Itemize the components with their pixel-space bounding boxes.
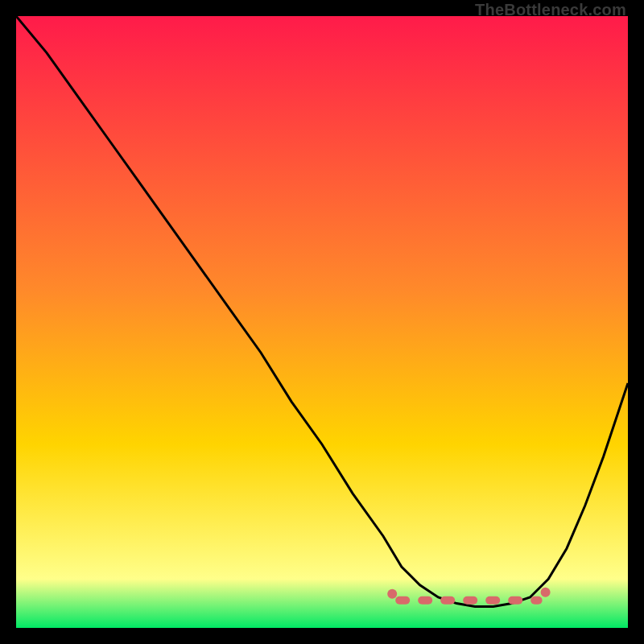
dash-segment [418, 597, 432, 605]
dash-segment [463, 597, 477, 605]
dash-layer [16, 16, 628, 628]
dash-segment [508, 597, 522, 605]
plot-area [16, 16, 628, 628]
dash-segment [440, 597, 455, 605]
optimal-band-dashes [387, 588, 550, 605]
dash-cap-right [541, 588, 551, 597]
chart-stage: TheBottleneck.com [0, 0, 644, 644]
dash-segment [395, 597, 410, 605]
dash-segment [530, 597, 542, 605]
dash-segment [485, 597, 500, 605]
dash-cap-left [387, 589, 397, 599]
